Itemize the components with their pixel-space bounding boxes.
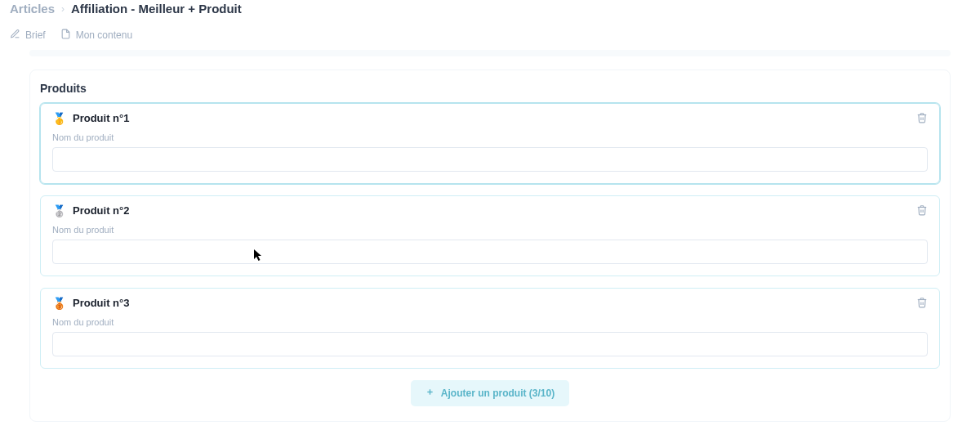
breadcrumb: Articles › Affiliation - Meilleur + Prod… [0, 0, 980, 22]
tab-mon-contenu[interactable]: Mon contenu [60, 29, 132, 42]
panel-title: Produits [40, 82, 940, 95]
section-divider [29, 50, 951, 56]
pencil-icon [10, 29, 20, 42]
delete-button[interactable] [913, 295, 931, 313]
field-label: Nom du produit [52, 132, 928, 142]
trash-icon [916, 297, 928, 311]
medal-gold-icon: 🥇 [52, 113, 66, 124]
chevron-right-icon: › [61, 3, 65, 15]
document-icon [60, 29, 71, 42]
field-label: Nom du produit [52, 317, 928, 327]
trash-icon [916, 112, 928, 127]
tab-brief[interactable]: Brief [10, 29, 46, 42]
product-name-input[interactable] [52, 332, 928, 356]
product-card: 🥇 Produit n°1 Nom du produit [40, 103, 940, 184]
breadcrumb-current: Affiliation - Meilleur + Produit [71, 2, 242, 16]
field-label: Nom du produit [52, 225, 928, 235]
delete-button[interactable] [913, 203, 931, 221]
medal-bronze-icon: 🥉 [52, 298, 66, 309]
product-title: Produit n°1 [73, 112, 129, 124]
tab-mon-contenu-label: Mon contenu [76, 29, 132, 41]
tab-brief-label: Brief [25, 29, 46, 41]
delete-button[interactable] [913, 110, 931, 128]
product-header: 🥇 Produit n°1 [52, 112, 928, 124]
product-title: Produit n°3 [73, 297, 129, 309]
add-product-button[interactable]: Ajouter un produit (3/10) [411, 380, 569, 406]
trash-icon [916, 204, 928, 219]
medal-silver-icon: 🥈 [52, 205, 66, 217]
product-header: 🥈 Produit n°2 [52, 204, 928, 217]
product-card: 🥈 Produit n°2 Nom du produit [40, 195, 940, 276]
tabs: Brief Mon contenu [0, 22, 980, 50]
product-header: 🥉 Produit n°3 [52, 297, 928, 309]
plus-icon [425, 388, 434, 399]
product-card: 🥉 Produit n°3 Nom du produit [40, 288, 940, 369]
product-name-input[interactable] [52, 240, 928, 264]
add-product-label: Ajouter un produit (3/10) [441, 388, 555, 399]
add-row: Ajouter un produit (3/10) [40, 380, 940, 406]
product-name-input[interactable] [52, 147, 928, 172]
product-title: Produit n°2 [73, 204, 129, 217]
products-panel: Produits 🥇 Produit n°1 Nom du produit 🥈 … [29, 69, 951, 422]
breadcrumb-parent[interactable]: Articles [10, 2, 55, 16]
